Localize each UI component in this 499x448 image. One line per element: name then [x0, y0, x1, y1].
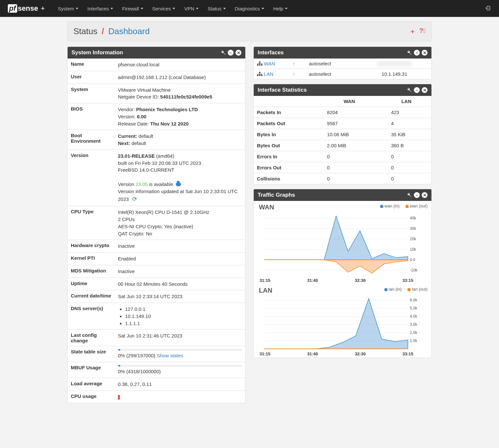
caret-icon	[173, 8, 175, 9]
row-label: MDS Mitigation	[68, 265, 115, 278]
nav-item-interfaces[interactable]: Interfaces	[83, 1, 117, 16]
svg-text:2.0k: 2.0k	[410, 330, 418, 335]
stat-label: Packets Out	[254, 118, 317, 129]
caret-icon	[223, 8, 226, 9]
brand-logo[interactable]: pfsense+	[8, 4, 45, 13]
help-icon[interactable]: ?⃝	[419, 27, 426, 36]
graph-wan: WAN wan (in) wan (out) -10k0.010k20k30k4…	[254, 201, 431, 284]
panel-title: Interfaces	[258, 49, 284, 56]
arrow-up-icon: ↑	[293, 61, 295, 66]
mbuf-progress	[118, 365, 242, 367]
nav-menu: System Interfaces Firewall Services VPN …	[54, 1, 291, 16]
stat-label: Errors In	[254, 151, 317, 162]
cloud-download-icon[interactable]	[176, 182, 181, 186]
legend-wan-in: wan (in)	[380, 204, 400, 208]
xtick: 31:15	[260, 351, 270, 356]
minimize-icon[interactable]: −	[414, 87, 420, 93]
dns-entry: 127.0.0.1	[125, 306, 242, 313]
svg-rect-15	[258, 74, 258, 75]
top-navbar: pfsense+ System Interfaces Firewall Serv…	[0, 0, 499, 17]
iface-link-lan[interactable]: LAN	[264, 71, 273, 77]
stat-lan: 4	[381, 118, 431, 129]
svg-rect-9	[259, 72, 260, 73]
nav-item-system[interactable]: System	[54, 1, 82, 16]
add-widget-icon[interactable]: ＋	[409, 27, 416, 36]
nav-item-status[interactable]: Status	[204, 1, 230, 16]
row-value: Sat Jun 10 2:31:46 UTC 2023	[115, 330, 245, 346]
svg-text:6.0k: 6.0k	[410, 298, 418, 302]
legend-lan-out: lan (out)	[407, 287, 428, 292]
svg-rect-17	[262, 74, 262, 75]
row-value: 0% (299/197000) Show states	[115, 346, 245, 362]
stat-row: Packets In8204423	[254, 107, 431, 118]
wrench-icon[interactable]	[406, 87, 412, 93]
svg-text:10k: 10k	[410, 247, 416, 252]
svg-rect-8	[262, 64, 262, 64]
nav-item-services[interactable]: Services	[148, 1, 179, 16]
svg-rect-7	[260, 64, 260, 64]
stat-label: Errors Out	[254, 162, 317, 173]
page-header: Status / Dashboard ＋ ?⃝	[67, 21, 432, 41]
svg-rect-10	[257, 75, 258, 76]
row-label: DNS server(s)	[68, 303, 115, 330]
iface-link-wan[interactable]: WAN	[264, 61, 275, 66]
wrench-icon[interactable]	[406, 50, 412, 56]
stat-lan: 0	[381, 151, 431, 162]
refresh-icon[interactable]: ⟳	[132, 195, 137, 203]
stat-wan: 0	[317, 162, 381, 173]
nav-item-diagnostics[interactable]: Diagnostics	[231, 1, 268, 16]
breadcrumb: Status / Dashboard	[73, 26, 150, 36]
row-value: pfsense.cloud.local	[115, 59, 245, 71]
chart-lan: 1.0k2.0k3.0k4.0k5.0k6.0k	[258, 295, 428, 350]
xtick: 33:15	[403, 351, 413, 356]
row-value: Sat Jun 10 2:33:14 UTC 2023	[115, 290, 245, 303]
wrench-icon[interactable]	[406, 192, 412, 198]
row-value: admin@192.168.1.212 (Local Database)	[115, 71, 245, 84]
row-label: Name	[68, 59, 115, 71]
logout-icon[interactable]	[485, 5, 491, 12]
brand-text: sense	[18, 4, 38, 13]
row-value: 23.01-RELEASE (amd64) built on Fri Feb 1…	[115, 150, 245, 206]
brand-pf: pf	[8, 4, 17, 13]
stat-wan: 0	[317, 173, 381, 184]
close-icon[interactable]: ✕	[236, 50, 241, 56]
row-label: Current date/time	[68, 290, 115, 303]
show-states-link[interactable]: Show states	[157, 353, 183, 358]
nav-item-vpn[interactable]: VPN	[180, 1, 202, 16]
row-label: System	[68, 84, 115, 103]
stat-row: Packets Out95674	[254, 118, 431, 129]
stat-wan: 10.06 MiB	[317, 129, 381, 140]
minimize-icon[interactable]: −	[414, 192, 420, 198]
caret-icon	[76, 8, 78, 9]
row-label: BIOS	[68, 103, 115, 130]
brand-plus-icon: +	[41, 4, 45, 13]
wrench-icon[interactable]	[220, 50, 226, 56]
iface-speed: autoselect	[306, 59, 357, 69]
iface-row: WAN ↑ autoselect ██████████	[254, 59, 431, 69]
crumb-root: Status	[73, 26, 97, 36]
svg-rect-11	[259, 75, 260, 76]
panel-title: System Information	[71, 49, 123, 56]
legend-wan-out: wan (out)	[405, 204, 428, 208]
close-icon[interactable]: ✕	[422, 192, 428, 198]
cpu-usage-bar	[118, 395, 120, 400]
svg-text:20k: 20k	[410, 237, 416, 241]
row-label: MBUF Usage	[68, 362, 115, 378]
minimize-icon[interactable]: −	[228, 50, 234, 56]
chart-wan: -10k0.010k20k30k40k	[258, 212, 428, 277]
close-icon[interactable]: ✕	[422, 50, 428, 56]
arrow-up-icon: ↑	[293, 71, 295, 77]
col-header: LAN	[381, 96, 431, 107]
nav-item-firewall[interactable]: Firewall	[118, 1, 147, 16]
crumb-leaf[interactable]: Dashboard	[108, 26, 149, 36]
caret-icon	[262, 8, 264, 9]
crumb-sep: /	[102, 26, 104, 36]
graph-title: WAN	[259, 204, 274, 211]
stat-row: Collisions00	[254, 173, 431, 184]
minimize-icon[interactable]: −	[414, 50, 420, 56]
close-icon[interactable]: ✕	[422, 87, 428, 93]
nav-item-help[interactable]: Help	[269, 1, 291, 16]
network-icon	[257, 71, 262, 77]
row-label: CPU usage	[68, 390, 115, 403]
row-value: Current: default Next: default	[115, 130, 245, 150]
